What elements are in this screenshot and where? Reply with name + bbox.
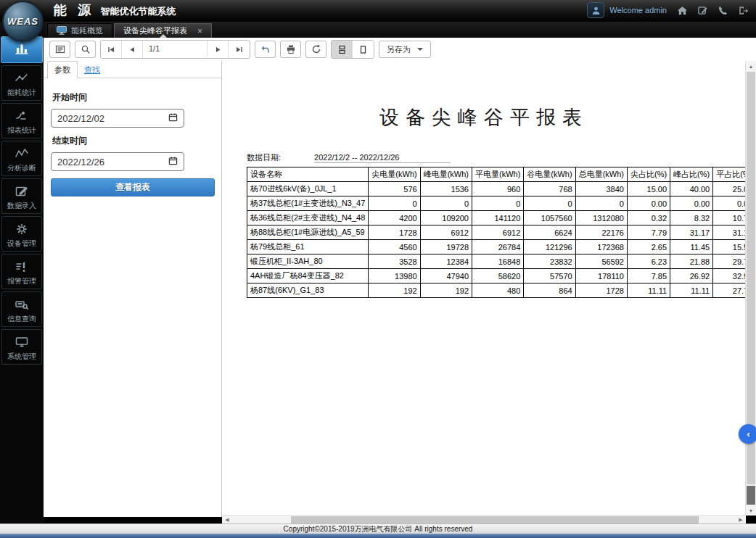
column-header: 尖占比(%) — [627, 167, 670, 182]
prev-page-icon[interactable] — [122, 41, 143, 58]
back-icon[interactable] — [255, 41, 276, 58]
vertical-scroll-thumb-dark[interactable] — [747, 486, 755, 505]
alarm-icon — [12, 258, 32, 276]
sidebar-item-alarm-management[interactable]: 报警管理 — [1, 254, 42, 289]
value-cell: 15.54 — [713, 240, 746, 254]
tab-energy-overview[interactable]: 能耗概览 — [47, 23, 112, 38]
value-cell: 26784 — [472, 240, 524, 254]
table-row: 4AH锻造厂杨84变压器_821398047940586205757017811… — [247, 269, 747, 284]
value-cell: 192 — [420, 284, 472, 298]
value-cell: 6912 — [472, 225, 524, 240]
logout-icon[interactable] — [738, 5, 749, 16]
print-icon[interactable] — [280, 41, 301, 58]
value-cell: 40.00 — [670, 182, 713, 196]
value-cell: 0.00 — [627, 196, 670, 211]
sidebar-item-label: 能耗统计 — [7, 88, 37, 97]
column-header: 峰占比(%) — [670, 167, 713, 182]
value-cell: 11.11 — [670, 284, 713, 298]
horizontal-scroll-thumb[interactable] — [291, 516, 699, 523]
view-report-button[interactable]: 查看报表 — [51, 178, 215, 196]
value-cell: 1536 — [420, 182, 472, 196]
calendar-icon[interactable] — [168, 156, 178, 167]
value-cell: 22176 — [575, 225, 627, 240]
user-icon — [587, 2, 604, 18]
sidebar-item-analysis-diagnosis[interactable]: 分析诊断 — [1, 141, 42, 176]
value-cell: 121296 — [524, 240, 575, 254]
parameters-panel-icon[interactable] — [49, 41, 70, 58]
scroll-up-icon[interactable]: ▲ — [746, 61, 756, 71]
device-name-cell: 杨70进线6kV(备)_0JL_1 — [247, 182, 369, 196]
start-date-value: 2022/12/02 — [57, 113, 104, 124]
close-icon[interactable]: × — [197, 27, 202, 36]
report-icon — [12, 107, 32, 125]
column-header: 平占比(%) — [713, 167, 746, 182]
collapse-panel-button[interactable]: ‹ — [739, 424, 756, 444]
start-date-field[interactable]: 2022/12/02 — [51, 109, 184, 128]
refresh-icon[interactable] — [305, 41, 326, 58]
page-number-input[interactable] — [143, 41, 208, 57]
report-table: 设备名称尖电量(kWh)峰电量(kWh)平电量(kWh)谷电量(kWh)总电量(… — [247, 167, 746, 298]
system-icon — [12, 334, 32, 351]
sidebar-item-report-stats[interactable]: 报表统计 — [1, 103, 42, 138]
scroll-down-icon[interactable]: ▼ — [746, 505, 756, 516]
sidebar-item-energy-stats[interactable]: 能耗统计 — [1, 65, 42, 101]
value-cell: 7.79 — [627, 225, 670, 240]
bottom-strip — [0, 534, 756, 538]
vertical-scroll-thumb[interactable] — [747, 72, 755, 484]
column-header: 谷电量(kWh) — [524, 167, 575, 182]
sidebar-item-label: 报警管理 — [7, 277, 37, 286]
value-cell: 178110 — [575, 269, 627, 284]
sidebar-item-device-management[interactable]: 设备管理 — [1, 216, 42, 252]
end-date-field[interactable]: 2022/12/26 — [51, 152, 184, 171]
app-window: 能 源 智能优化节能系统 Welcome admin WEAS — [0, 0, 756, 538]
value-cell: 23832 — [524, 254, 575, 269]
trend-icon — [12, 70, 32, 87]
last-page-icon[interactable] — [229, 41, 250, 58]
value-cell: 0 — [420, 196, 472, 211]
sidebar-item-system-management[interactable]: 系统管理 — [1, 329, 42, 365]
value-cell: 0 — [369, 196, 420, 211]
app-title-sub: 智能优化节能系统 — [100, 6, 176, 17]
tab-parameters[interactable]: 参数 — [47, 61, 78, 78]
value-cell: 576 — [369, 182, 420, 196]
value-cell: 1312080 — [575, 211, 627, 225]
first-page-icon[interactable] — [101, 41, 122, 58]
value-cell: 19728 — [420, 240, 472, 254]
tab-find[interactable]: 查找 — [78, 62, 107, 78]
welcome-chip: Welcome admin — [587, 2, 667, 18]
home-icon[interactable] — [677, 5, 688, 16]
value-cell: 0 — [472, 196, 524, 211]
sidebar-item-data-entry[interactable]: 数据录入 — [1, 178, 42, 214]
value-cell: 6.23 — [627, 254, 670, 269]
phone-icon[interactable] — [718, 5, 728, 16]
calendar-icon[interactable] — [168, 112, 178, 124]
value-cell: 29.77 — [713, 254, 746, 269]
bar-chart-icon — [13, 41, 30, 59]
search-icon[interactable] — [75, 41, 96, 58]
sidebar-item-info-query[interactable]: 信息查询 — [1, 291, 42, 327]
multi-page-icon[interactable] — [332, 41, 353, 58]
end-time-label: 结束时间 — [52, 135, 214, 147]
vertical-scrollbar[interactable]: ▲ ▼ — [745, 61, 756, 516]
tab-peak-valley-report[interactable]: 设备尖峰谷平报表 × — [114, 23, 212, 38]
value-cell: 6912 — [420, 225, 472, 240]
value-cell: 57570 — [524, 269, 575, 284]
sidebar-item-label: 系统管理 — [7, 352, 37, 361]
value-cell: 172368 — [575, 240, 627, 254]
table-row: 杨88线总柜(1#电源进线)_A5_5917286912691266242217… — [247, 225, 747, 240]
save-as-button[interactable]: 另存为 — [379, 41, 431, 58]
value-cell: 0 — [524, 196, 575, 211]
single-page-icon[interactable] — [353, 41, 374, 58]
next-page-icon[interactable] — [208, 41, 229, 58]
value-cell: 58620 — [472, 269, 524, 284]
table-row: 杨79线总柜_61456019728267841212961723682.651… — [247, 240, 747, 254]
edit-icon[interactable] — [697, 5, 708, 16]
value-cell: 960 — [472, 182, 524, 196]
layout-group — [331, 40, 374, 59]
value-cell: 480 — [472, 284, 524, 298]
report-toolbar: 另存为 — [44, 38, 756, 62]
value-cell: 47940 — [420, 269, 472, 284]
value-cell: 21.88 — [670, 254, 713, 269]
device-name-cell: 杨79线总柜_61 — [247, 240, 369, 254]
tab-bar: 能耗概览 设备尖峰谷平报表 × — [0, 22, 756, 38]
